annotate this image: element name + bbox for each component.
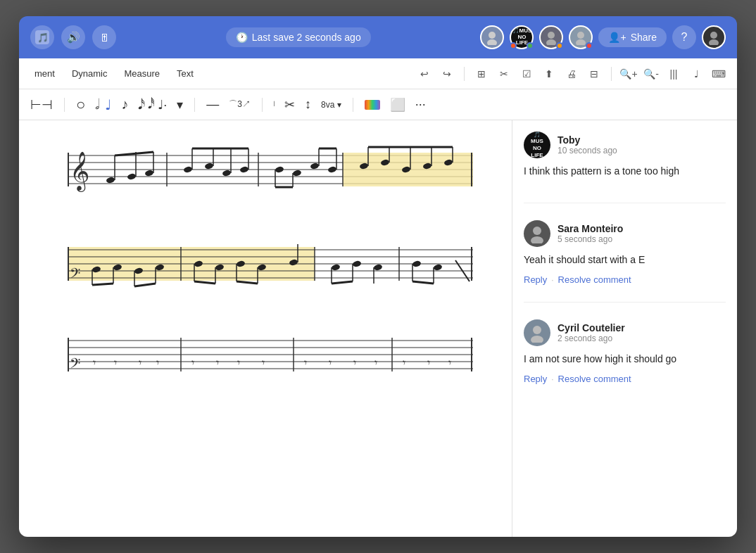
octave-btn[interactable]: 8va ▾	[318, 98, 344, 111]
toolbar-measure[interactable]: Measure	[117, 65, 167, 82]
share-icon: 👤+	[608, 32, 626, 43]
svg-point-8	[710, 32, 717, 39]
settings-icon[interactable]: 🎚	[92, 25, 116, 49]
zoom-in-button[interactable]: 🔍+	[619, 64, 638, 84]
dropdown-btn[interactable]: ▾	[174, 96, 186, 114]
share-button[interactable]: 👤+ Share	[598, 27, 667, 47]
toolbar-text[interactable]: Text	[170, 65, 201, 82]
more-btn[interactable]: ···	[412, 96, 429, 113]
svg-text:𝄾: 𝄾	[114, 360, 117, 365]
logo-icon[interactable]: 🎵	[30, 25, 54, 49]
svg-text:𝄢: 𝄢	[70, 356, 80, 374]
undo-button[interactable]: ↩	[415, 64, 434, 84]
comment-thread-1: 🎵MUSNOLIFE Toby 10 seconds ago I think t…	[524, 132, 726, 203]
avatar-toby[interactable]: 🎵MUSNOLIFE	[510, 25, 534, 49]
reply-button-2[interactable]: Reply	[524, 274, 547, 285]
svg-line-80	[134, 284, 156, 286]
main-toolbar: ment Dynamic Measure Text ↩ ↪ ⊞ ✂ ☑ ⬆ 🖨 …	[19, 58, 737, 89]
content-area: 𝄞	[19, 120, 737, 537]
color-btn[interactable]	[362, 98, 383, 111]
avatar-self[interactable]	[702, 25, 726, 49]
svg-point-35	[239, 166, 249, 174]
help-button[interactable]: ?	[672, 25, 696, 49]
svg-text:𝄾: 𝄾	[237, 360, 240, 365]
svg-text:𝄾: 𝄾	[427, 360, 430, 365]
svg-point-7	[576, 39, 586, 45]
sep4	[353, 98, 353, 112]
erase-btn[interactable]: ⬜	[387, 96, 408, 114]
svg-point-102	[433, 264, 443, 272]
insert-button[interactable]: ⊞	[472, 64, 491, 84]
svg-point-3	[487, 39, 497, 45]
svg-text:𝄾: 𝄾	[216, 360, 219, 365]
dash-btn[interactable]: —	[203, 96, 222, 113]
comment-time-3: 2 seconds ago	[557, 333, 625, 343]
svg-point-98	[373, 264, 383, 272]
redo-button[interactable]: ↪	[437, 64, 457, 84]
svg-line-75	[92, 284, 113, 285]
svg-line-85	[194, 281, 215, 284]
avatar-user[interactable]	[480, 25, 504, 49]
svg-point-31	[204, 163, 214, 170]
svg-text:𝄾: 𝄾	[403, 360, 405, 365]
resolve-button-2[interactable]: Resolve comment	[558, 274, 631, 285]
sound-icon[interactable]: 🔊	[61, 25, 85, 49]
comment-text-3: I am not sure how high it should go	[524, 352, 726, 367]
header-right: 🎵MUSNOLIFE	[480, 25, 726, 49]
svg-point-132	[533, 227, 541, 235]
half-note-btn[interactable]: 𝅗𝅥	[92, 95, 98, 114]
note-spacer[interactable]: ⊢⊣	[27, 96, 56, 114]
cut-button[interactable]: ✂	[494, 64, 514, 84]
staff-system-2: 𝄢	[40, 229, 491, 302]
eighth-note-btn[interactable]: ♪	[118, 95, 131, 114]
32nd-note-btn[interactable]: 𝅘𝅥𝅰	[145, 96, 151, 113]
stem-btn[interactable]: 𝄅	[271, 96, 277, 113]
reply-button-3[interactable]: Reply	[524, 374, 547, 384]
note-tool-button[interactable]: ♩	[686, 64, 706, 84]
comment-meta-3: Cyril Coutelier 2 seconds ago	[557, 322, 625, 343]
resolve-button-3[interactable]: Resolve comment	[558, 374, 631, 384]
svg-point-93	[331, 264, 341, 272]
comment-meta-1: Toby 10 seconds ago	[557, 134, 617, 155]
svg-text:𝄾: 𝄾	[156, 360, 159, 365]
print-button[interactable]: 🖨	[562, 64, 581, 84]
separator-2	[611, 67, 612, 81]
svg-text:𝄞: 𝄞	[70, 151, 89, 192]
16th-note-btn[interactable]: 𝅘𝅥𝅯	[135, 95, 141, 114]
zoom-out-button[interactable]: 🔍-	[641, 64, 661, 84]
sep2	[194, 98, 195, 112]
comment-author-1: Toby	[557, 134, 617, 146]
triplet-btn[interactable]: ⌒3↗	[226, 97, 253, 112]
staff-svg-1: 𝄞	[40, 134, 477, 205]
svg-point-33	[222, 170, 232, 177]
avatar-cyril[interactable]	[569, 25, 593, 49]
upload-button[interactable]: ⬆	[539, 64, 559, 84]
comment-time-1: 10 seconds ago	[557, 146, 617, 155]
voice-btn[interactable]: ↕	[302, 96, 314, 113]
svg-point-6	[577, 32, 584, 39]
avatar-sara[interactable]	[539, 25, 563, 49]
lines-button[interactable]: |||	[664, 64, 683, 84]
svg-point-42	[310, 163, 320, 170]
keyboard-button[interactable]: ⌨	[709, 64, 729, 84]
comment-author-2: Sara Monteiro	[557, 223, 623, 234]
quarter-note-btn[interactable]: ♩	[102, 95, 114, 115]
table-button[interactable]: ⊟	[584, 64, 604, 84]
svg-point-95	[352, 260, 362, 268]
comment-header-2: Sara Monteiro 5 seconds ago	[524, 220, 726, 247]
toolbar-ment[interactable]: ment	[27, 65, 62, 82]
svg-line-28	[115, 152, 153, 155]
comment-actions-2: Reply · Resolve comment	[524, 274, 726, 285]
toolbar-dynamic[interactable]: Dynamic	[65, 65, 115, 82]
comment-author-3: Cyril Coutelier	[557, 322, 625, 333]
comment-avatar-toby: 🎵MUSNOLIFE	[524, 132, 550, 158]
staff-system-3: 𝄢 𝄾 𝄾 𝄾 𝄾 𝄾 𝄾 𝄾 𝄾 𝄾 𝄾 𝄾 𝄾 𝄾 𝄾	[40, 323, 491, 389]
svg-point-29	[183, 166, 193, 174]
whole-note-btn[interactable]: ○	[73, 94, 88, 115]
scissors-btn[interactable]: ✂	[282, 96, 298, 114]
staff-svg-3: 𝄢 𝄾 𝄾 𝄾 𝄾 𝄾 𝄾 𝄾 𝄾 𝄾 𝄾 𝄾 𝄾 𝄾 𝄾	[40, 323, 477, 386]
dotted-btn[interactable]: ♩·	[155, 96, 170, 114]
svg-text:𝄢: 𝄢	[70, 266, 80, 284]
comment-actions-3: Reply · Resolve comment	[524, 374, 726, 384]
check-button[interactable]: ☑	[517, 64, 536, 84]
